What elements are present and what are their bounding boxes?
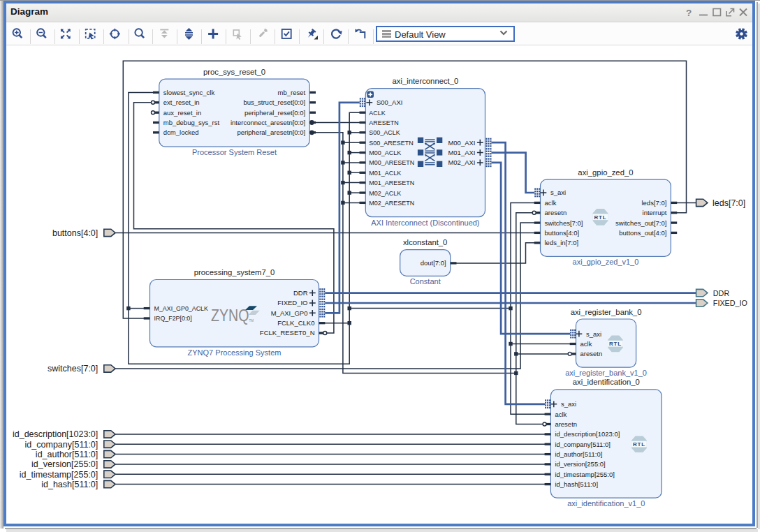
svg-text:axi_gpio_zed_0: axi_gpio_zed_0 (578, 168, 633, 177)
svg-text:S00_ARESETN: S00_ARESETN (369, 140, 414, 147)
svg-text:Processor System Reset: Processor System Reset (192, 148, 277, 156)
svg-text:AXI Interconnect (Discontinued: AXI Interconnect (Discontinued) (371, 219, 479, 227)
svg-text:M02_ARESETN: M02_ARESETN (369, 200, 414, 207)
svg-text:DDR: DDR (713, 289, 730, 297)
svg-text:dcm_locked: dcm_locked (163, 128, 199, 136)
svg-text:IRQ_F2P[0:0]: IRQ_F2P[0:0] (154, 315, 192, 322)
svg-text:slowest_sync_clk: slowest_sync_clk (163, 89, 215, 96)
svg-text:?: ? (686, 8, 692, 18)
svg-text:axi_register_bank_0: axi_register_bank_0 (571, 308, 642, 316)
svg-text:id_version[255:0]: id_version[255:0] (31, 459, 98, 469)
svg-text:leds_in[7:0]: leds_in[7:0] (545, 239, 579, 246)
svg-text:ZYNQ7 Processing System: ZYNQ7 Processing System (188, 348, 282, 357)
svg-text:aresetn: aresetn (545, 209, 567, 216)
svg-text:M02_ACLK: M02_ACLK (369, 190, 401, 197)
svg-text:FCLK_CLK0: FCLK_CLK0 (277, 319, 314, 327)
svg-text:ACLK: ACLK (369, 110, 386, 117)
svg-text:FIXED_IO: FIXED_IO (277, 299, 307, 306)
svg-text:leds[7:0]: leds[7:0] (712, 198, 745, 208)
svg-text:switches[7:0]: switches[7:0] (545, 219, 583, 227)
svg-text:id_version[255:0]: id_version[255:0] (555, 460, 605, 468)
svg-text:processing_system7_0: processing_system7_0 (194, 268, 275, 276)
svg-text:M01_ARESETN: M01_ARESETN (369, 179, 414, 186)
svg-text:M02_AXI: M02_AXI (448, 158, 475, 166)
svg-text:axi_identification_v1_0: axi_identification_v1_0 (567, 499, 645, 508)
svg-text:aresetn: aresetn (555, 420, 577, 428)
svg-text:buttons[4:0]: buttons[4:0] (545, 229, 580, 237)
svg-text:FCLK_RESET0_N: FCLK_RESET0_N (260, 329, 315, 337)
svg-text:ARESETN: ARESETN (369, 119, 399, 126)
svg-text:S00_ACLK: S00_ACLK (369, 129, 400, 136)
svg-text:peripheral_aresetn[0:0]: peripheral_aresetn[0:0] (237, 128, 305, 136)
svg-text:id_company[511:0]: id_company[511:0] (555, 441, 611, 448)
svg-text:aclk: aclk (545, 199, 557, 207)
svg-text:leds[7:0]: leds[7:0] (641, 199, 666, 207)
svg-text:M01_ACLK: M01_ACLK (369, 170, 401, 177)
svg-text:id_hash[511:0]: id_hash[511:0] (41, 480, 98, 489)
svg-text:proc_sys_reset_0: proc_sys_reset_0 (203, 68, 265, 76)
svg-text:xlconstant_0: xlconstant_0 (403, 238, 447, 246)
svg-text:M00_AXI: M00_AXI (448, 139, 475, 147)
svg-text:RTL: RTL (633, 441, 645, 448)
svg-text:id_author[511:0]: id_author[511:0] (555, 450, 602, 458)
svg-text:axi_gpio_zed_v1_0: axi_gpio_zed_v1_0 (573, 258, 639, 266)
svg-text:id_description[1023:0]: id_description[1023:0] (13, 429, 98, 439)
svg-text:FIXED_IO: FIXED_IO (713, 299, 747, 307)
svg-text:Constant: Constant (410, 277, 441, 286)
svg-text:ZYNQ: ZYNQ (211, 306, 249, 325)
svg-text:axi_interconnect_0: axi_interconnect_0 (392, 77, 458, 85)
svg-text:s_axi: s_axi (561, 400, 576, 408)
svg-text:M00_ACLK: M00_ACLK (369, 149, 401, 156)
svg-text:id_timestamp[255:0]: id_timestamp[255:0] (555, 471, 615, 478)
svg-text:TM: TM (249, 319, 254, 323)
svg-text:aresetn: aresetn (580, 350, 603, 357)
svg-text:axi_identification_0: axi_identification_0 (573, 378, 640, 386)
svg-text:id_company[511:0]: id_company[511:0] (25, 440, 98, 450)
svg-text:id_author[511:0]: id_author[511:0] (36, 450, 98, 459)
svg-text:id_hash[511:0]: id_hash[511:0] (555, 480, 598, 488)
svg-text:RTL: RTL (609, 341, 622, 347)
svg-text:buttons[4:0]: buttons[4:0] (52, 228, 98, 238)
svg-text:interrupt: interrupt (643, 209, 667, 216)
svg-text:interconnect_aresetn[0:0]: interconnect_aresetn[0:0] (231, 119, 305, 126)
svg-text:id_description[1023:0]: id_description[1023:0] (555, 430, 620, 438)
svg-text:aclk: aclk (555, 411, 567, 418)
svg-text:switches[7:0]: switches[7:0] (48, 364, 98, 374)
svg-text:s_axi: s_axi (586, 330, 601, 338)
svg-text:buttons_out[4:0]: buttons_out[4:0] (619, 229, 666, 237)
svg-text:S00_AXI: S00_AXI (377, 98, 403, 106)
svg-text:axi_register_bank_v1_0: axi_register_bank_v1_0 (565, 369, 647, 377)
svg-text:mb_debug_sys_rst: mb_debug_sys_rst (163, 119, 220, 126)
svg-text:dout[7:0]: dout[7:0] (421, 259, 446, 267)
svg-text:M_AXI_GP0_ACLK: M_AXI_GP0_ACLK (154, 305, 209, 312)
svg-text:switches_out[7:0]: switches_out[7:0] (615, 219, 666, 227)
svg-text:id_timestamp[255:0]: id_timestamp[255:0] (20, 470, 98, 480)
svg-text:s_axi: s_axi (550, 189, 566, 196)
svg-text:aclk: aclk (580, 340, 592, 348)
svg-text:DDR: DDR (293, 289, 308, 297)
svg-text:M_AXI_GP0: M_AXI_GP0 (271, 309, 308, 317)
svg-text:M00_ARESETN: M00_ARESETN (369, 159, 414, 166)
svg-text:aux_reset_in: aux_reset_in (163, 109, 201, 117)
svg-text:M01_AXI: M01_AXI (448, 149, 475, 156)
svg-text:peripheral_reset[0:0]: peripheral_reset[0:0] (244, 109, 305, 117)
svg-text:ext_reset_in: ext_reset_in (163, 98, 200, 106)
svg-text:mb_reset: mb_reset (278, 89, 306, 96)
svg-text:bus_struct_reset[0:0]: bus_struct_reset[0:0] (243, 98, 305, 106)
svg-text:RTL: RTL (594, 214, 607, 221)
